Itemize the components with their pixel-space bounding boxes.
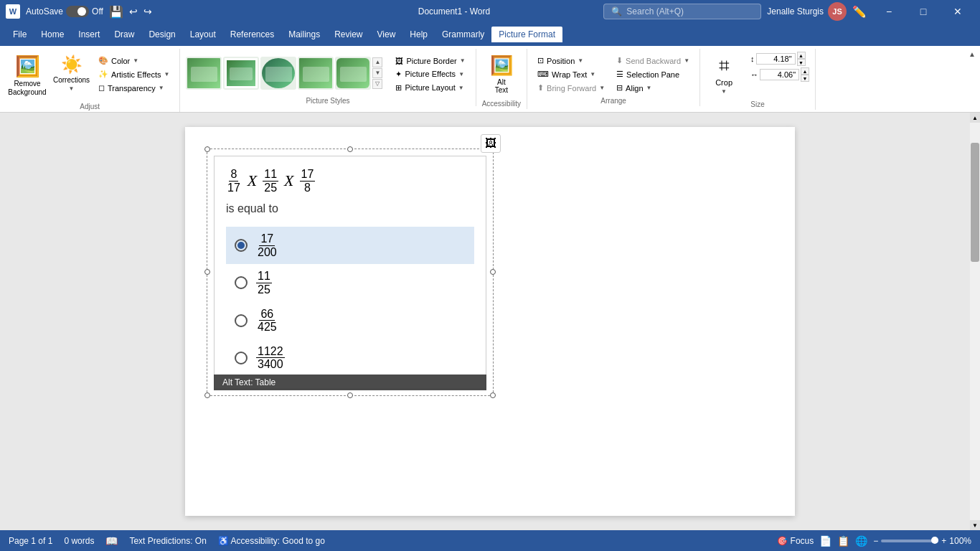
picture-effects-button[interactable]: ✦ Picture Effects ▼ [391, 68, 469, 80]
style-3[interactable] [260, 57, 296, 90]
remove-background-button[interactable]: 🖼️ Remove Background [6, 52, 49, 100]
avatar[interactable]: JS [828, 2, 847, 21]
color-button[interactable]: 🎨 Color ▼ [94, 55, 174, 67]
undo-icon[interactable]: ↩ [129, 6, 138, 17]
web-layout-icon[interactable]: 🌐 [855, 535, 867, 547]
wrap-text-button[interactable]: ⌨ Wrap Text ▼ [533, 68, 609, 80]
redo-icon[interactable]: ↪ [143, 6, 152, 17]
arrange-label: Arrange [600, 97, 626, 106]
corrections-button[interactable]: ☀️ Corrections ▼ [52, 52, 91, 95]
menu-picture-format[interactable]: Picture Format [491, 27, 562, 42]
handle-bl[interactable] [204, 392, 210, 398]
ribbon-collapse-button[interactable]: ▲ [964, 49, 980, 60]
menu-layout[interactable]: Layout [183, 27, 223, 42]
option-3-row[interactable]: 66 425 [226, 302, 474, 339]
picture-layout-button[interactable]: ⊞ Picture Layout ▼ [391, 82, 469, 94]
width-up[interactable]: ▲ [801, 67, 809, 75]
bring-forward-chevron: ▼ [599, 85, 605, 91]
artistic-icon: ✨ [98, 70, 108, 79]
corrections-icon: ☀️ [61, 55, 83, 75]
ribbon-group-size: ⌗ Crop ▼ ↕ ▲ ▼ ↔ ▲ ▼ [700, 49, 816, 110]
scroll-track[interactable] [970, 123, 980, 520]
zoom-out-icon[interactable]: − [873, 536, 878, 546]
accessibility-status[interactable]: ♿ Accessibility: Good to go [218, 536, 325, 546]
menu-design[interactable]: Design [141, 27, 182, 42]
height-up[interactable]: ▲ [797, 52, 806, 59]
option-1-radio[interactable] [235, 239, 248, 252]
autosave-toggle[interactable] [66, 6, 89, 17]
gallery-scroll-up[interactable]: ▲ [372, 57, 382, 67]
menu-mailings[interactable]: Mailings [281, 27, 327, 42]
menu-insert[interactable]: Insert [71, 27, 107, 42]
send-backward-button[interactable]: ⬇ Send Backward ▼ [612, 55, 694, 67]
zoom-slider-track[interactable] [881, 540, 938, 542]
zoom-in-icon[interactable]: + [941, 536, 946, 546]
menu-grammarly[interactable]: Grammarly [435, 27, 491, 42]
height-input[interactable] [756, 53, 796, 65]
menu-help[interactable]: Help [402, 27, 435, 42]
search-box[interactable]: 🔍 [603, 4, 761, 19]
style-4[interactable] [298, 57, 334, 90]
menu-references[interactable]: References [223, 27, 281, 42]
focus-button[interactable]: 🎯 Focus [777, 536, 814, 546]
scroll-down-arrow[interactable]: ▼ [970, 520, 980, 530]
artistic-effects-button[interactable]: ✨ Artistic Effects ▼ [94, 68, 174, 80]
option-2-row[interactable]: 11 25 [226, 264, 474, 301]
print-layout-icon[interactable]: 📋 [837, 535, 849, 547]
handle-ml[interactable] [204, 269, 210, 275]
style-2[interactable] [223, 57, 259, 90]
bring-forward-button[interactable]: ⬆ Bring Forward ▼ [533, 82, 609, 94]
style-1[interactable] [186, 57, 222, 90]
menu-draw[interactable]: Draw [107, 27, 141, 42]
position-button[interactable]: ⊡ Position ▼ [533, 55, 609, 67]
right-scrollbar[interactable]: ▲ ▼ [970, 113, 980, 530]
crop-button[interactable]: ⌗ Crop ▼ [706, 52, 742, 98]
height-down[interactable]: ▼ [797, 59, 806, 66]
fraction-1: 8 17 [226, 168, 242, 194]
read-mode-icon[interactable]: 📄 [819, 535, 831, 547]
maximize-button[interactable]: □ [907, 0, 940, 23]
menu-file[interactable]: File [6, 27, 34, 42]
width-down[interactable]: ▼ [801, 75, 809, 82]
handle-br[interactable] [490, 392, 496, 398]
ribbon-group-adjust: 🖼️ Remove Background ☀️ Corrections ▼ 🎨 … [0, 49, 180, 112]
scroll-up-arrow[interactable]: ▲ [970, 113, 980, 123]
option-3-radio[interactable] [235, 314, 248, 327]
minimize-button[interactable]: − [872, 0, 905, 23]
style-5[interactable] [335, 57, 371, 90]
ribbon-group-accessibility: 🖼️ AltText Accessibility [476, 49, 527, 109]
close-button[interactable]: ✕ [941, 0, 974, 23]
handle-mr[interactable] [490, 269, 496, 275]
option-1-row[interactable]: 17 200 [226, 227, 474, 264]
transparency-button[interactable]: ◻ Transparency ▼ [94, 82, 174, 94]
edit-icon[interactable]: ✏️ [852, 5, 867, 19]
handle-tl[interactable] [204, 146, 210, 152]
align-button[interactable]: ⊟ Align ▼ [612, 82, 694, 94]
selection-pane-button[interactable]: ☰ Selection Pane [612, 68, 694, 80]
zoom-level[interactable]: 100% [949, 536, 971, 546]
layout-options-icon[interactable]: 🖼 [481, 134, 501, 153]
transparency-chevron: ▼ [159, 85, 164, 91]
page-count: Page 1 of 1 [9, 536, 52, 546]
gallery-scroll-down[interactable]: ▼ [372, 68, 382, 78]
handle-bm[interactable] [347, 392, 353, 398]
proofing-icon[interactable]: 📖 [105, 535, 118, 547]
search-input[interactable] [626, 6, 734, 17]
style-thumb-4 [299, 58, 332, 88]
option-2-radio[interactable] [235, 276, 248, 289]
option-4-row[interactable]: 1122 3400 [226, 339, 474, 377]
toggle-knob [77, 7, 86, 16]
gallery-more[interactable]: ▽ [372, 79, 382, 89]
effects-icon: ✦ [395, 70, 402, 79]
menu-review[interactable]: Review [327, 27, 369, 42]
picture-border-button[interactable]: 🖼 Picture Border ▼ [391, 55, 469, 67]
text-predictions[interactable]: Text Predictions: On [129, 536, 206, 546]
handle-tm[interactable] [347, 146, 353, 152]
menu-home[interactable]: Home [34, 27, 71, 42]
alt-text-button[interactable]: 🖼️ AltText [484, 52, 519, 97]
option-4-radio[interactable] [235, 352, 248, 364]
save-icon[interactable]: 💾 [109, 5, 123, 19]
border-chevron: ▼ [460, 57, 466, 64]
menu-view[interactable]: View [370, 27, 403, 42]
width-input[interactable] [760, 69, 799, 80]
